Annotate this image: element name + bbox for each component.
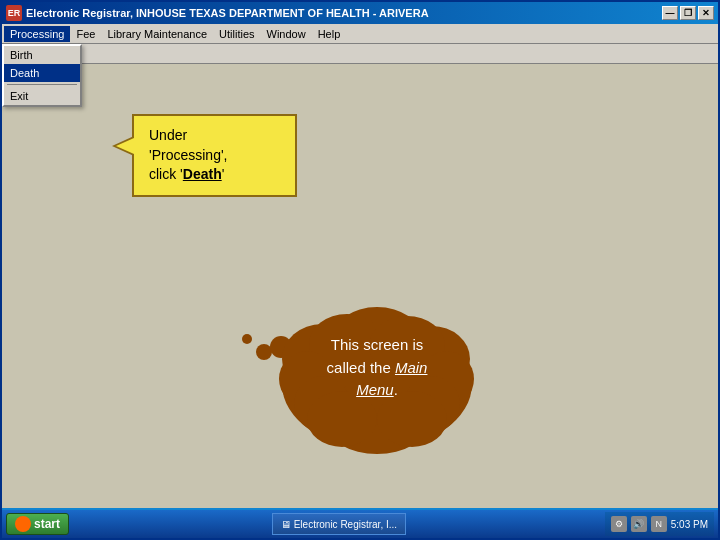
taskbar: start 🖥 Electronic Registrar, I... ⚙ 🔊 N…: [2, 508, 718, 538]
menu-item-processing[interactable]: Processing: [4, 26, 70, 42]
tray-icon-3: N: [651, 516, 667, 532]
menu-item-utilities[interactable]: Utilities: [213, 26, 260, 42]
taskbar-tray: ⚙ 🔊 N 5:03 PM: [605, 512, 714, 536]
dropdown-item-exit[interactable]: Exit: [4, 87, 80, 105]
taskbar-app-label: Electronic Registrar, I...: [294, 519, 397, 530]
speech-text: Under 'Processing', click 'Death': [149, 127, 228, 182]
svg-point-12: [377, 391, 447, 447]
dropdown-separator: [7, 84, 77, 85]
taskbar-app-button[interactable]: 🖥 Electronic Registrar, I...: [272, 513, 406, 535]
title-buttons: — ❐ ✕: [662, 6, 714, 20]
processing-dropdown: Birth Death Exit: [2, 44, 82, 107]
clock: 5:03 PM: [671, 519, 708, 530]
start-icon: [15, 516, 31, 532]
speech-bubble: Under 'Processing', click 'Death': [132, 114, 297, 197]
menu-item-help[interactable]: Help: [312, 26, 347, 42]
app-icon: ER: [6, 5, 22, 21]
menu-item-fee[interactable]: Fee: [70, 26, 101, 42]
window-title: Electronic Registrar, INHOUSE TEXAS DEPA…: [26, 7, 662, 19]
close-button[interactable]: ✕: [698, 6, 714, 20]
main-window: ER Electronic Registrar, INHOUSE TEXAS D…: [0, 0, 720, 540]
main-content: Under 'Processing', click 'Death': [2, 64, 718, 508]
menu-item-window[interactable]: Window: [261, 26, 312, 42]
menu-item-library-maintenance[interactable]: Library Maintenance: [101, 26, 213, 42]
title-bar: ER Electronic Registrar, INHOUSE TEXAS D…: [2, 2, 718, 24]
url-bar: jsinfo.com: [2, 44, 718, 64]
taskbar-app-icon: 🖥: [281, 519, 291, 530]
restore-button[interactable]: ❐: [680, 6, 696, 20]
svg-point-11: [307, 391, 377, 447]
menu-bar: Processing Fee Library Maintenance Utili…: [2, 24, 718, 44]
thought-cloud: This screen is called the MainMenu.: [267, 304, 487, 464]
minimize-button[interactable]: —: [662, 6, 678, 20]
start-button[interactable]: start: [6, 513, 69, 535]
dropdown-item-death[interactable]: Death: [4, 64, 80, 82]
tray-icon-1: ⚙: [611, 516, 627, 532]
tray-icon-2: 🔊: [631, 516, 647, 532]
dropdown-item-birth[interactable]: Birth: [4, 46, 80, 64]
thought-dot-1: [242, 334, 252, 344]
start-label: start: [34, 517, 60, 531]
